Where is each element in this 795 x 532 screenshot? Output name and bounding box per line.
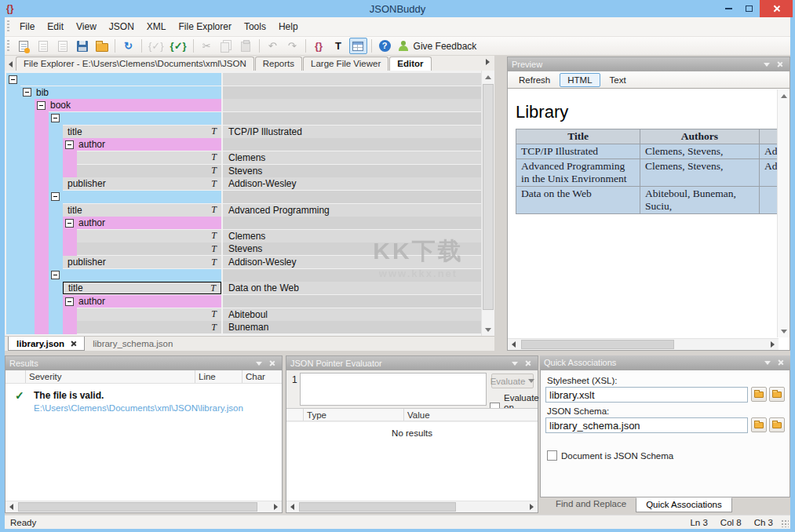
schema-input[interactable] <box>545 417 748 433</box>
tree-row[interactable]: titleTTCP/IP Illustrated <box>5 126 481 138</box>
tab-file-explorer[interactable]: File Explorer - E:\Users\Clemens\Documen… <box>16 56 254 71</box>
scrollbar-thumb[interactable] <box>521 340 674 349</box>
tree-node-value[interactable] <box>223 191 481 203</box>
save-button[interactable] <box>73 38 91 54</box>
tree-row[interactable]: titleTAdvanced Programming <box>5 204 481 217</box>
open-report-button[interactable] <box>34 38 52 54</box>
tree-node-value[interactable] <box>223 73 481 86</box>
panel-close-button[interactable] <box>774 357 786 368</box>
tab-reports[interactable]: Reports <box>255 56 302 71</box>
json-syntax-button[interactable]: {} <box>310 38 328 54</box>
open-stylesheet-button[interactable] <box>769 387 785 402</box>
tree-node-value[interactable]: T <box>77 151 221 164</box>
tree-row[interactable]: bib <box>5 86 481 99</box>
collapse-expander-icon[interactable] <box>65 297 74 306</box>
scroll-left-button[interactable] <box>5 501 17 512</box>
validate-button[interactable]: {✓} <box>168 38 189 54</box>
tree-node-value[interactable]: T <box>77 321 221 333</box>
close-tab-icon[interactable] <box>70 341 76 347</box>
tree-node-title[interactable]: titleT <box>63 126 221 138</box>
tree-row[interactable]: TClemens <box>5 151 481 164</box>
tree-node-author[interactable]: author <box>63 295 221 308</box>
evaluator-horizontal-scrollbar[interactable] <box>286 501 538 512</box>
panel-menu-button[interactable] <box>253 358 265 369</box>
tree-row[interactable]: TBuneman <box>5 321 481 333</box>
collapse-expander-icon[interactable] <box>65 140 74 149</box>
tree-node-value[interactable] <box>223 217 481 229</box>
tree-node-value[interactable]: Abiteboul <box>223 308 481 321</box>
tree-row[interactable]: TClemens <box>5 230 481 242</box>
tree-node-container[interactable] <box>49 191 221 203</box>
copy-button[interactable] <box>217 38 235 54</box>
tree-node-publisher[interactable]: publisherT <box>63 256 221 268</box>
doc-tab-library-json[interactable]: library.json <box>8 337 85 351</box>
open-document-button[interactable] <box>53 38 71 54</box>
tree-node-value[interactable]: Advanced Programming <box>223 204 481 217</box>
tree-row[interactable] <box>5 191 481 203</box>
panel-menu-button[interactable] <box>760 59 773 70</box>
tab-find-and-replace[interactable]: Find and Replace <box>546 497 636 512</box>
menu-file-explorer[interactable]: File Explorer <box>173 19 238 35</box>
new-document-button[interactable] <box>14 38 32 54</box>
tab-editor[interactable]: Editor <box>389 56 431 71</box>
evaluator-type-column[interactable]: Type <box>304 409 404 421</box>
results-char-column[interactable]: Char <box>243 370 282 383</box>
reload-button[interactable]: ↻ <box>119 38 137 54</box>
scrollbar-thumb[interactable] <box>483 84 494 310</box>
collapse-expander-icon[interactable] <box>37 101 46 110</box>
tree-row[interactable] <box>5 112 481 125</box>
menu-edit[interactable]: Edit <box>41 19 70 35</box>
tree-node-value[interactable] <box>223 269 481 282</box>
scrollbar-thumb[interactable] <box>299 502 456 512</box>
document-is-schema-checkbox[interactable] <box>547 450 557 461</box>
tree-node-value[interactable]: Stevens <box>223 242 481 255</box>
tree-node-value[interactable] <box>223 99 481 111</box>
tree-node-value[interactable] <box>223 112 481 125</box>
evaluator-value-column[interactable]: Value <box>404 409 538 421</box>
scroll-up-button[interactable] <box>482 71 494 83</box>
tree-node-value[interactable]: Data on the Web <box>223 282 481 294</box>
scroll-left-button[interactable] <box>286 501 298 512</box>
help-button[interactable]: ? <box>376 38 394 54</box>
stylesheet-input[interactable] <box>545 387 748 403</box>
tree-node-title[interactable]: titleT <box>63 204 221 217</box>
panel-close-button[interactable] <box>521 358 534 369</box>
tree-node-value[interactable]: Buneman <box>223 321 481 333</box>
scrollbar-thumb[interactable] <box>18 502 257 512</box>
doc-tab-library-schema-json[interactable]: library_schema.json <box>85 337 181 351</box>
tree-row[interactable] <box>5 269 481 282</box>
menu-file[interactable]: File <box>13 19 41 35</box>
check-syntax-button[interactable]: {✓} <box>146 38 166 54</box>
tab-scroll-left[interactable] <box>5 58 16 71</box>
scroll-down-button[interactable] <box>778 325 790 337</box>
browse-stylesheet-button[interactable] <box>751 387 767 402</box>
json-tree-view[interactable]: bibbooktitleTTCP/IP IllustratedauthorTCl… <box>5 71 481 336</box>
html-view-button[interactable]: HTML <box>560 73 600 87</box>
tree-node-value[interactable]: Addison-Wesley <box>223 177 481 190</box>
collapse-expander-icon[interactable] <box>9 75 17 84</box>
scroll-up-button[interactable] <box>778 89 790 102</box>
file-path-link[interactable]: E:\Users\Clemens\Documents\xml\JSON\libr… <box>34 403 243 413</box>
tree-row[interactable]: TStevens <box>5 165 481 177</box>
menu-tools[interactable]: Tools <box>238 19 272 35</box>
text-view-button[interactable]: T <box>330 38 348 54</box>
tree-row[interactable]: titleTData on the Web <box>5 282 481 294</box>
results-horizontal-scrollbar[interactable] <box>5 501 282 512</box>
text-view-button[interactable]: Text <box>602 73 634 87</box>
tree-row[interactable]: TAbiteboul <box>5 308 481 321</box>
tree-node-value[interactable]: Addison-Wesley <box>223 256 481 268</box>
results-line-column[interactable]: Line <box>195 370 243 383</box>
collapse-expander-icon[interactable] <box>51 271 60 279</box>
scroll-right-button[interactable] <box>767 339 779 350</box>
menu-help[interactable]: Help <box>272 19 305 35</box>
panel-menu-button[interactable] <box>509 358 521 369</box>
refresh-button[interactable]: Refresh <box>511 73 558 87</box>
tree-row[interactable]: publisherTAddison-Wesley <box>5 256 481 268</box>
preview-vertical-scrollbar[interactable] <box>777 89 790 337</box>
tree-node-value[interactable]: Clemens <box>223 151 481 164</box>
results-severity-column[interactable]: Severity <box>26 370 195 383</box>
scroll-right-button[interactable] <box>270 501 282 512</box>
tab-quick-associations[interactable]: Quick Associations <box>636 497 732 512</box>
tree-node-value[interactable]: TCP/IP Illustrated <box>223 126 481 138</box>
tree-node-bib[interactable]: bib <box>20 86 221 99</box>
